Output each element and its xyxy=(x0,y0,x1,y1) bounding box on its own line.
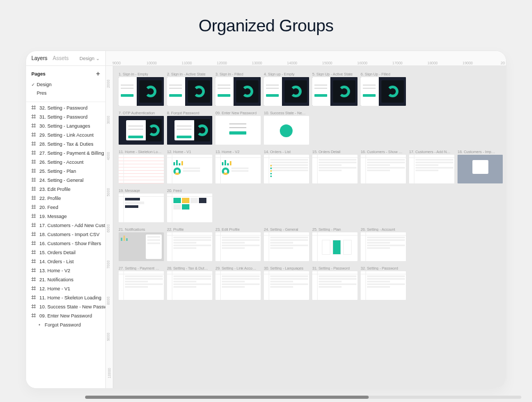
layer-name: 19. Message xyxy=(39,214,67,219)
canvas-frame[interactable]: 21. Notifications xyxy=(119,228,164,261)
frame-icon xyxy=(31,169,37,174)
layer-item[interactable]: 28. Setting - Tax & Duties xyxy=(26,139,105,148)
add-page-button[interactable]: + xyxy=(96,70,100,77)
canvas-frame[interactable]: 16. Customers - Show … xyxy=(361,150,406,183)
frame-label: 16. Customers - Show … xyxy=(361,150,406,154)
canvas-frame[interactable]: 15. Orders Detail xyxy=(312,150,358,183)
layer-item[interactable]: 29. Setting - Link Account xyxy=(26,130,105,139)
canvas-frame[interactable]: 11. Home - Skeleton Lo… xyxy=(119,150,164,183)
layer-item[interactable]: 16. Customers - Show Filters xyxy=(26,239,105,248)
canvas-frame[interactable]: 23. Edit Profile xyxy=(215,228,261,261)
canvas[interactable]: 2000300040005000600070008000900010000 1.… xyxy=(106,66,506,388)
canvas-frame[interactable]: 18. Customers - Imp… xyxy=(458,150,503,183)
frame-label: 29. Setting - Link Acco… xyxy=(215,266,261,270)
frame-icon xyxy=(31,114,37,120)
frame-label: 17. Customers - Add N… xyxy=(409,150,454,154)
ruler-vertical: 2000300040005000600070008000900010000 xyxy=(106,66,113,388)
layer-name: 23. Edit Profile xyxy=(39,187,71,192)
layer-item[interactable]: 21. Notifications xyxy=(26,275,105,284)
design-dropdown[interactable]: Design ⌄ xyxy=(79,56,100,61)
canvas-frame[interactable]: 09. Enter New Password xyxy=(215,111,261,145)
ruler-tick: 9000 xyxy=(106,333,110,341)
frame-icon xyxy=(31,178,37,183)
layer-item[interactable]: 22. Profile xyxy=(26,194,105,203)
canvas-frame[interactable]: 17. Customers - Add N… xyxy=(409,150,454,183)
layer-item[interactable]: 20. Feed xyxy=(26,203,105,212)
canvas-frame[interactable]: 32. Setting - Password xyxy=(361,266,406,300)
canvas-frame[interactable]: 14. Orders - List xyxy=(264,150,309,183)
ruler-tick: 7000 xyxy=(106,261,110,269)
layer-item[interactable]: 30. Setting - Languages xyxy=(26,121,105,130)
canvas-frame[interactable]: 22. Profile xyxy=(167,228,212,261)
frame-icon xyxy=(31,196,37,201)
canvas-frame[interactable]: 6. Sign Up - Filled xyxy=(361,72,406,106)
pages-label: Pages xyxy=(31,71,46,77)
layer-name: 22. Profile xyxy=(39,196,61,201)
canvas-frame[interactable]: 31. Setting - Password xyxy=(312,266,358,300)
frame-icon xyxy=(31,105,37,111)
frame-icon xyxy=(31,259,37,264)
layer-item[interactable]: 09. Enter New Password xyxy=(26,311,105,320)
layer-item[interactable]: 18. Customers - Import CSV xyxy=(26,230,105,239)
layer-name: 17. Customers - Add New Customer xyxy=(39,223,105,228)
frame-icon xyxy=(31,205,37,210)
canvas-frame[interactable]: 13. Home - V2 xyxy=(215,150,261,183)
layer-item[interactable]: 24. Setting - General xyxy=(26,175,105,185)
frame-label: 27. Setting - Payment … xyxy=(119,266,164,270)
canvas-frame[interactable]: 3. Sign in - Filled xyxy=(215,72,261,106)
layer-item[interactable]: 11. Home - Skeleton Loading xyxy=(26,293,105,302)
frame-label: 7. OTP Authentication xyxy=(119,111,164,115)
check-icon: ✓ xyxy=(31,82,37,87)
layer-item[interactable]: 27. Setting - Payment & Billing xyxy=(26,148,105,157)
canvas-frame[interactable]: 28. Setting - Tax & Dut… xyxy=(167,266,212,300)
canvas-frame[interactable]: 27. Setting - Payment … xyxy=(119,266,164,300)
page-name: Pres xyxy=(37,90,47,96)
canvas-frame[interactable]: 10. Success State - Ne… xyxy=(264,111,309,145)
canvas-frame[interactable]: 20. Feed xyxy=(167,189,212,222)
canvas-frame[interactable]: 7. OTP Authentication xyxy=(119,111,164,145)
layer-item[interactable]: 23. Edit Profile xyxy=(26,185,105,194)
canvas-frame[interactable]: 1. Sign in - Empty xyxy=(119,72,164,106)
layer-item[interactable]: 15. Orders Detail xyxy=(26,248,105,257)
frame-icon xyxy=(31,250,37,255)
frame-label: 6. Sign Up - Filled xyxy=(361,72,406,76)
canvas-frame[interactable]: 8. Forgot Password xyxy=(167,111,212,145)
frame-label: 3. Sign in - Filled xyxy=(215,72,261,76)
canvas-frame[interactable]: 5. Sign Up - Active State xyxy=(312,72,358,106)
layer-item[interactable]: Forgot Password xyxy=(26,320,105,329)
layer-item[interactable]: 12. Home - V1 xyxy=(26,284,105,293)
ruler-tick: 5000 xyxy=(106,188,110,197)
canvas-frame[interactable]: 30. Setting - Languages xyxy=(264,266,309,300)
ruler-tick: 19000 xyxy=(462,61,472,65)
layer-item[interactable]: 31. Setting - Password xyxy=(26,112,105,121)
canvas-frame[interactable]: 29. Setting - Link Acco… xyxy=(215,266,261,300)
ruler-tick: 13000 xyxy=(252,61,262,65)
page-item[interactable]: ✓Pres xyxy=(31,89,100,97)
frame-label: 4. Sign up - Empty xyxy=(264,72,309,76)
layer-item[interactable]: 17. Customers - Add New Customer xyxy=(26,221,105,230)
tab-layers[interactable]: Layers xyxy=(31,55,47,61)
layer-item[interactable]: 32. Setting - Password xyxy=(26,103,105,112)
page-item[interactable]: ✓Design xyxy=(31,80,100,89)
frame-label: 2. Sign in - Active State xyxy=(167,72,212,76)
layer-item[interactable]: 13. Home - V2 xyxy=(26,266,105,275)
layer-item[interactable]: 25. Setting - Plan xyxy=(26,166,105,175)
layer-name: Forgot Password xyxy=(45,322,81,328)
layer-name: 18. Customers - Import CSV xyxy=(39,232,99,237)
canvas-frame[interactable]: 26. Setting - Account xyxy=(361,228,406,261)
canvas-frame[interactable]: 12. Home - V1 xyxy=(167,150,212,183)
frame-icon xyxy=(31,160,37,165)
canvas-frame[interactable]: 24. Setting - General xyxy=(264,228,309,261)
layer-item[interactable]: 14. Orders - List xyxy=(26,257,105,266)
layer-item[interactable]: 26. Setting - Account xyxy=(26,157,105,166)
frame-icon xyxy=(31,241,37,246)
frame-row: 11. Home - Skeleton Lo…12. Home - V113. … xyxy=(119,150,501,183)
canvas-frame[interactable]: 25. Setting - Plan xyxy=(312,228,358,261)
tab-assets[interactable]: Assets xyxy=(53,55,69,61)
layer-item[interactable]: 10. Success State - New Password xyxy=(26,302,105,311)
layer-item[interactable]: 19. Message xyxy=(26,212,105,221)
canvas-frame[interactable]: 19. Message xyxy=(119,189,164,222)
canvas-frame[interactable]: 2. Sign in - Active State xyxy=(167,72,212,106)
ruler-tick: 6000 xyxy=(106,224,110,233)
canvas-frame[interactable]: 4. Sign up - Empty xyxy=(264,72,309,106)
